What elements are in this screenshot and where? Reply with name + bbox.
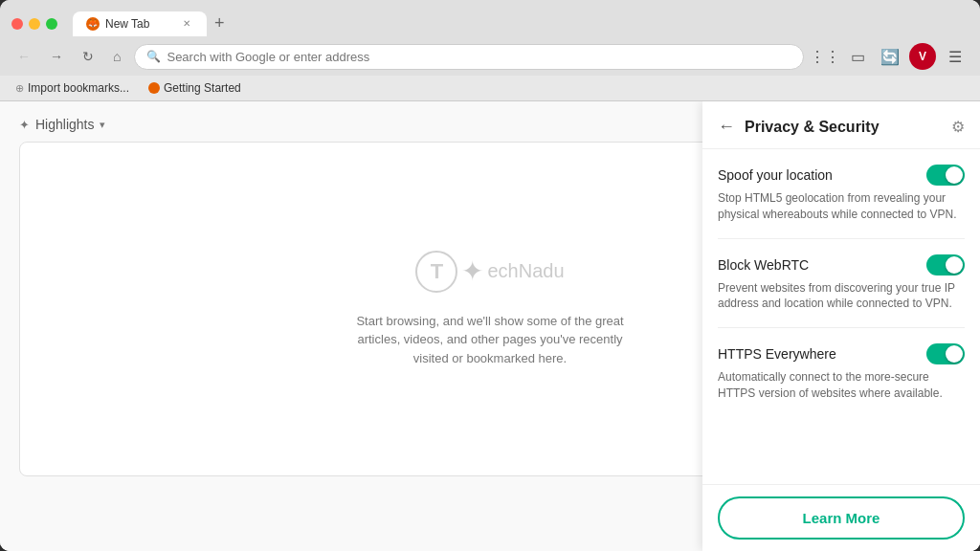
panel-back-button[interactable]: ←: [718, 117, 735, 137]
close-button[interactable]: [11, 18, 23, 30]
browser-window: 🦊 New Tab ✕ + ← → ↻ ⌂ 🔍 ⋮⋮ ▭ 🔄 V ☰ ⊕: [0, 0, 980, 551]
block-webrtc-toggle[interactable]: [926, 254, 965, 276]
reload-button[interactable]: ↻: [77, 45, 100, 68]
setting-block-webrtc-name: Block WebRTC: [718, 257, 809, 273]
home-button[interactable]: ⌂: [107, 45, 126, 68]
highlights-label: Highlights: [35, 117, 94, 132]
maximize-button[interactable]: [46, 18, 57, 30]
setting-spoof-location-row: Spoof your location: [718, 165, 965, 186]
menu-icon[interactable]: ☰: [942, 43, 969, 70]
tab-close-button[interactable]: ✕: [180, 17, 193, 31]
setting-block-webrtc-desc: Prevent websites from discovering your t…: [718, 280, 965, 313]
setting-spoof-location-desc: Stop HTML5 geolocation from revealing yo…: [718, 190, 965, 223]
address-input[interactable]: [167, 50, 791, 64]
tabs-bar: 🦊 New Tab ✕ +: [73, 10, 969, 37]
setting-spoof-location-name: Spoof your location: [718, 167, 833, 183]
divider-2: [718, 327, 965, 328]
brand-logo: T ✦ echNadu: [415, 251, 564, 293]
back-button[interactable]: ←: [11, 45, 36, 68]
toolbar-icons: ⋮⋮ ▭ 🔄 V ☰: [812, 43, 969, 70]
address-bar[interactable]: 🔍: [134, 44, 804, 70]
bookmark-import-label: Import bookmarks...: [28, 81, 129, 95]
brand-letter: T: [415, 251, 457, 293]
panel-footer: Learn More: [702, 484, 980, 551]
tab-favicon: 🦊: [86, 17, 100, 31]
bookmark-getting-started-label: Getting Started: [164, 81, 241, 95]
forward-button[interactable]: →: [44, 45, 69, 68]
reader-mode-icon[interactable]: ▭: [844, 43, 871, 70]
active-tab[interactable]: 🦊 New Tab ✕: [73, 11, 207, 36]
setting-https-everywhere-desc: Automatically connect to the more-secure…: [718, 369, 965, 402]
highlights-empty-text: Start browsing, and we'll show some of t…: [356, 312, 624, 368]
bookmarks-bar: ⊕ Import bookmarks... Getting Started: [0, 76, 980, 101]
panel-header: ← Privacy & Security ⚙: [702, 101, 980, 149]
main-area: ✦ Highlights ▾ T ✦ echNadu Start browsin…: [0, 101, 980, 551]
gear-icon[interactable]: ⚙: [951, 118, 965, 136]
https-everywhere-toggle[interactable]: [926, 343, 965, 364]
sync-icon[interactable]: 🔄: [877, 43, 903, 70]
bookmark-getting-started[interactable]: Getting Started: [145, 79, 245, 97]
search-icon: 🔍: [146, 50, 161, 63]
firefox-favicon: [148, 82, 160, 94]
spoof-location-toggle[interactable]: [926, 165, 965, 186]
setting-https-everywhere: HTTPS Everywhere Automatically connect t…: [718, 343, 965, 402]
highlights-icon: ✦: [19, 118, 30, 132]
highlights-chevron-icon: ▾: [100, 119, 105, 131]
vpn-icon[interactable]: V: [909, 43, 936, 70]
sparkle-icon: ✦: [461, 255, 483, 287]
setting-block-webrtc-row: Block WebRTC: [718, 254, 965, 276]
setting-spoof-location: Spoof your location Stop HTML5 geolocati…: [718, 165, 965, 223]
learn-more-button[interactable]: Learn More: [718, 496, 965, 540]
bookmark-icon: ⊕: [15, 82, 24, 95]
empty-highlights: T ✦ echNadu Start browsing, and we'll sh…: [337, 231, 643, 387]
new-tab-button[interactable]: +: [207, 10, 233, 37]
brand-name: echNadu: [487, 260, 564, 282]
divider-1: [718, 238, 965, 239]
bookmark-import[interactable]: ⊕ Import bookmarks...: [11, 79, 133, 97]
browser-toolbar: ← → ↻ ⌂ 🔍 ⋮⋮ ▭ 🔄 V ☰: [0, 37, 980, 76]
tab-label: New Tab: [105, 17, 149, 31]
bookmarks-icon[interactable]: ⋮⋮: [812, 43, 838, 70]
minimize-button[interactable]: [29, 18, 40, 30]
traffic-lights: [11, 18, 57, 30]
panel-body: Spoof your location Stop HTML5 geolocati…: [702, 149, 980, 484]
setting-https-everywhere-row: HTTPS Everywhere: [718, 343, 965, 364]
title-bar: 🦊 New Tab ✕ +: [0, 0, 980, 37]
panel-title: Privacy & Security: [745, 119, 880, 136]
setting-https-everywhere-name: HTTPS Everywhere: [718, 346, 836, 362]
privacy-panel: ← Privacy & Security ⚙ Spoof your locati…: [702, 101, 980, 551]
setting-block-webrtc: Block WebRTC Prevent websites from disco…: [718, 254, 965, 313]
